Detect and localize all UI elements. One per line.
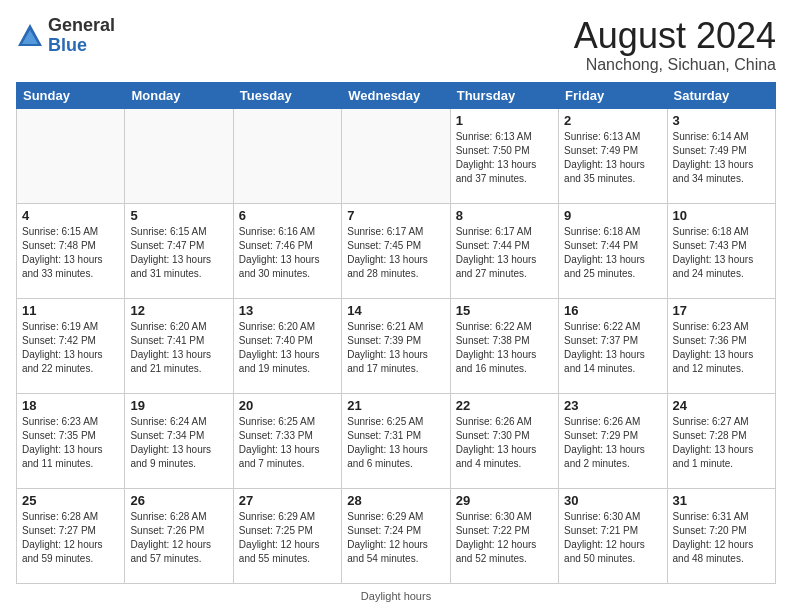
day-info: Sunrise: 6:30 AM Sunset: 7:21 PM Dayligh… <box>564 510 661 566</box>
day-info: Sunrise: 6:13 AM Sunset: 7:49 PM Dayligh… <box>564 130 661 186</box>
day-number: 8 <box>456 208 553 223</box>
day-info: Sunrise: 6:25 AM Sunset: 7:31 PM Dayligh… <box>347 415 444 471</box>
table-row: 20Sunrise: 6:25 AM Sunset: 7:33 PM Dayli… <box>233 393 341 488</box>
location-title: Nanchong, Sichuan, China <box>574 56 776 74</box>
day-number: 11 <box>22 303 119 318</box>
table-row: 15Sunrise: 6:22 AM Sunset: 7:38 PM Dayli… <box>450 298 558 393</box>
table-row: 30Sunrise: 6:30 AM Sunset: 7:21 PM Dayli… <box>559 488 667 583</box>
table-row: 25Sunrise: 6:28 AM Sunset: 7:27 PM Dayli… <box>17 488 125 583</box>
day-number: 24 <box>673 398 770 413</box>
day-info: Sunrise: 6:16 AM Sunset: 7:46 PM Dayligh… <box>239 225 336 281</box>
table-row: 2Sunrise: 6:13 AM Sunset: 7:49 PM Daylig… <box>559 108 667 203</box>
calendar-week-row: 1Sunrise: 6:13 AM Sunset: 7:50 PM Daylig… <box>17 108 776 203</box>
day-info: Sunrise: 6:17 AM Sunset: 7:45 PM Dayligh… <box>347 225 444 281</box>
day-number: 12 <box>130 303 227 318</box>
page: General Blue August 2024 Nanchong, Sichu… <box>0 0 792 612</box>
day-number: 6 <box>239 208 336 223</box>
title-block: August 2024 Nanchong, Sichuan, China <box>574 16 776 74</box>
table-row: 13Sunrise: 6:20 AM Sunset: 7:40 PM Dayli… <box>233 298 341 393</box>
table-row: 29Sunrise: 6:30 AM Sunset: 7:22 PM Dayli… <box>450 488 558 583</box>
day-number: 2 <box>564 113 661 128</box>
logo: General Blue <box>16 16 115 56</box>
table-row: 12Sunrise: 6:20 AM Sunset: 7:41 PM Dayli… <box>125 298 233 393</box>
table-row: 3Sunrise: 6:14 AM Sunset: 7:49 PM Daylig… <box>667 108 775 203</box>
table-row: 10Sunrise: 6:18 AM Sunset: 7:43 PM Dayli… <box>667 203 775 298</box>
day-info: Sunrise: 6:31 AM Sunset: 7:20 PM Dayligh… <box>673 510 770 566</box>
day-number: 28 <box>347 493 444 508</box>
calendar-week-row: 4Sunrise: 6:15 AM Sunset: 7:48 PM Daylig… <box>17 203 776 298</box>
day-info: Sunrise: 6:21 AM Sunset: 7:39 PM Dayligh… <box>347 320 444 376</box>
day-number: 31 <box>673 493 770 508</box>
day-number: 10 <box>673 208 770 223</box>
day-info: Sunrise: 6:26 AM Sunset: 7:29 PM Dayligh… <box>564 415 661 471</box>
table-row: 14Sunrise: 6:21 AM Sunset: 7:39 PM Dayli… <box>342 298 450 393</box>
day-info: Sunrise: 6:22 AM Sunset: 7:37 PM Dayligh… <box>564 320 661 376</box>
table-row: 8Sunrise: 6:17 AM Sunset: 7:44 PM Daylig… <box>450 203 558 298</box>
day-info: Sunrise: 6:13 AM Sunset: 7:50 PM Dayligh… <box>456 130 553 186</box>
day-info: Sunrise: 6:22 AM Sunset: 7:38 PM Dayligh… <box>456 320 553 376</box>
col-wednesday: Wednesday <box>342 82 450 108</box>
day-number: 30 <box>564 493 661 508</box>
day-number: 15 <box>456 303 553 318</box>
table-row: 4Sunrise: 6:15 AM Sunset: 7:48 PM Daylig… <box>17 203 125 298</box>
table-row: 26Sunrise: 6:28 AM Sunset: 7:26 PM Dayli… <box>125 488 233 583</box>
day-number: 19 <box>130 398 227 413</box>
table-row: 23Sunrise: 6:26 AM Sunset: 7:29 PM Dayli… <box>559 393 667 488</box>
day-number: 14 <box>347 303 444 318</box>
col-saturday: Saturday <box>667 82 775 108</box>
table-row: 9Sunrise: 6:18 AM Sunset: 7:44 PM Daylig… <box>559 203 667 298</box>
day-info: Sunrise: 6:20 AM Sunset: 7:40 PM Dayligh… <box>239 320 336 376</box>
calendar-week-row: 18Sunrise: 6:23 AM Sunset: 7:35 PM Dayli… <box>17 393 776 488</box>
table-row: 7Sunrise: 6:17 AM Sunset: 7:45 PM Daylig… <box>342 203 450 298</box>
table-row: 28Sunrise: 6:29 AM Sunset: 7:24 PM Dayli… <box>342 488 450 583</box>
table-row: 24Sunrise: 6:27 AM Sunset: 7:28 PM Dayli… <box>667 393 775 488</box>
day-number: 16 <box>564 303 661 318</box>
table-row: 19Sunrise: 6:24 AM Sunset: 7:34 PM Dayli… <box>125 393 233 488</box>
day-info: Sunrise: 6:23 AM Sunset: 7:36 PM Dayligh… <box>673 320 770 376</box>
day-info: Sunrise: 6:18 AM Sunset: 7:44 PM Dayligh… <box>564 225 661 281</box>
day-number: 26 <box>130 493 227 508</box>
day-info: Sunrise: 6:29 AM Sunset: 7:25 PM Dayligh… <box>239 510 336 566</box>
day-info: Sunrise: 6:14 AM Sunset: 7:49 PM Dayligh… <box>673 130 770 186</box>
day-info: Sunrise: 6:23 AM Sunset: 7:35 PM Dayligh… <box>22 415 119 471</box>
table-row: 18Sunrise: 6:23 AM Sunset: 7:35 PM Dayli… <box>17 393 125 488</box>
day-info: Sunrise: 6:15 AM Sunset: 7:47 PM Dayligh… <box>130 225 227 281</box>
day-number: 17 <box>673 303 770 318</box>
day-number: 3 <box>673 113 770 128</box>
day-info: Sunrise: 6:30 AM Sunset: 7:22 PM Dayligh… <box>456 510 553 566</box>
day-number: 5 <box>130 208 227 223</box>
table-row <box>125 108 233 203</box>
day-info: Sunrise: 6:27 AM Sunset: 7:28 PM Dayligh… <box>673 415 770 471</box>
calendar-header-row: Sunday Monday Tuesday Wednesday Thursday… <box>17 82 776 108</box>
day-number: 22 <box>456 398 553 413</box>
calendar-week-row: 25Sunrise: 6:28 AM Sunset: 7:27 PM Dayli… <box>17 488 776 583</box>
table-row: 17Sunrise: 6:23 AM Sunset: 7:36 PM Dayli… <box>667 298 775 393</box>
day-info: Sunrise: 6:19 AM Sunset: 7:42 PM Dayligh… <box>22 320 119 376</box>
calendar-week-row: 11Sunrise: 6:19 AM Sunset: 7:42 PM Dayli… <box>17 298 776 393</box>
table-row: 31Sunrise: 6:31 AM Sunset: 7:20 PM Dayli… <box>667 488 775 583</box>
table-row: 21Sunrise: 6:25 AM Sunset: 7:31 PM Dayli… <box>342 393 450 488</box>
day-number: 18 <box>22 398 119 413</box>
calendar-table: Sunday Monday Tuesday Wednesday Thursday… <box>16 82 776 584</box>
col-monday: Monday <box>125 82 233 108</box>
day-number: 21 <box>347 398 444 413</box>
day-number: 29 <box>456 493 553 508</box>
day-info: Sunrise: 6:17 AM Sunset: 7:44 PM Dayligh… <box>456 225 553 281</box>
day-number: 25 <box>22 493 119 508</box>
day-number: 4 <box>22 208 119 223</box>
day-info: Sunrise: 6:28 AM Sunset: 7:27 PM Dayligh… <box>22 510 119 566</box>
header: General Blue August 2024 Nanchong, Sichu… <box>16 16 776 74</box>
logo-blue-text: Blue <box>48 35 87 55</box>
day-info: Sunrise: 6:25 AM Sunset: 7:33 PM Dayligh… <box>239 415 336 471</box>
col-sunday: Sunday <box>17 82 125 108</box>
footer: Daylight hours <box>16 590 776 602</box>
day-number: 7 <box>347 208 444 223</box>
table-row: 1Sunrise: 6:13 AM Sunset: 7:50 PM Daylig… <box>450 108 558 203</box>
day-number: 20 <box>239 398 336 413</box>
day-info: Sunrise: 6:28 AM Sunset: 7:26 PM Dayligh… <box>130 510 227 566</box>
day-number: 13 <box>239 303 336 318</box>
day-number: 9 <box>564 208 661 223</box>
table-row: 6Sunrise: 6:16 AM Sunset: 7:46 PM Daylig… <box>233 203 341 298</box>
day-info: Sunrise: 6:29 AM Sunset: 7:24 PM Dayligh… <box>347 510 444 566</box>
day-info: Sunrise: 6:18 AM Sunset: 7:43 PM Dayligh… <box>673 225 770 281</box>
